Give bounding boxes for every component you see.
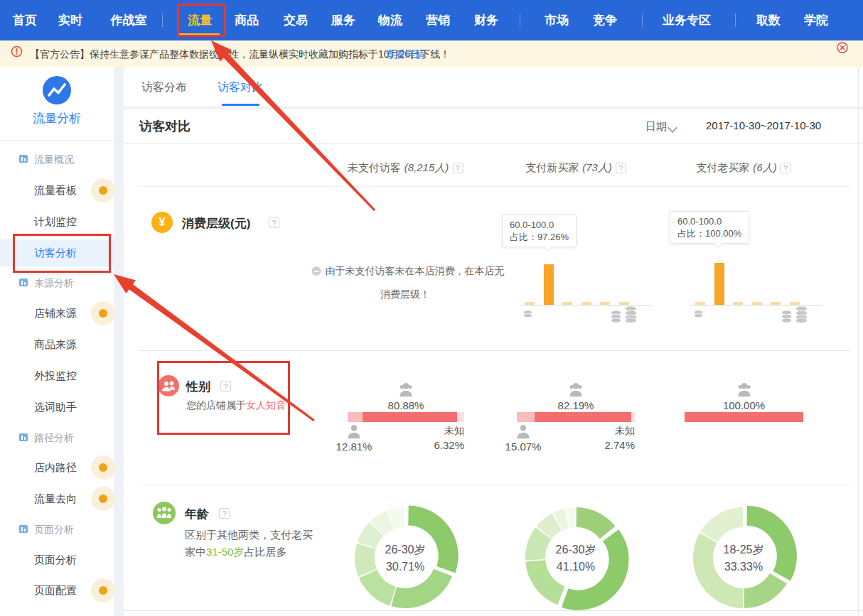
- main-content: 访客分布 访客对比 访客对比 日期 2017-10-30~2017-10-30 …: [0, 0, 863, 616]
- note-text: 由于未支付访客未在本店消费，在本店无: [326, 265, 505, 276]
- tab-visitor-distribution[interactable]: 访客分布: [141, 67, 187, 107]
- unknown-percentage: 6.32%: [434, 439, 464, 451]
- female-segment: [535, 412, 631, 422]
- yen-glyph: ¥: [159, 215, 165, 229]
- tooltip-range: 60.0-100.0: [510, 219, 569, 231]
- unknown-percentage: 2.74%: [604, 439, 635, 451]
- page-title: 访客对比: [139, 118, 191, 135]
- unknown-label: 未知: [615, 425, 635, 438]
- female-segment: [685, 412, 803, 422]
- unknown-segment: [457, 412, 464, 422]
- column-header-new-buyers: 支付新买家 (73人) ?: [525, 161, 626, 175]
- age-section-title: 年龄: [185, 506, 209, 522]
- donut-center-label: 26-30岁: [385, 543, 426, 558]
- donut-segment: [359, 570, 396, 606]
- female-segment: [363, 412, 457, 422]
- female-icon: [736, 382, 752, 397]
- consumption-bar-chart-new-buyers: [520, 260, 652, 306]
- gender-stacked-bar: [348, 412, 464, 422]
- tab-visitor-compare[interactable]: 访客对比: [218, 67, 263, 107]
- female-icon-wrap: [736, 382, 752, 400]
- gender-bar-old-buyers: 100.00%: [685, 382, 803, 453]
- donut-center-label: 26-30岁: [556, 543, 596, 558]
- title-divider: [124, 143, 863, 144]
- consumption-bar-chart-old-buyers: [691, 260, 822, 306]
- help-icon[interactable]: ?: [220, 381, 231, 391]
- female-percentage: 80.88%: [388, 399, 424, 411]
- female-icon-wrap: [398, 382, 414, 400]
- date-filter[interactable]: 日期: [645, 120, 667, 134]
- gender-section-title: 性别: [186, 379, 210, 395]
- gender-stacked-bar: [517, 412, 635, 422]
- help-icon[interactable]: ?: [781, 163, 791, 173]
- help-icon[interactable]: ?: [269, 217, 279, 228]
- coin-small-icon: [522, 310, 533, 318]
- donut-center-value: 41.10%: [557, 561, 595, 573]
- bar: [714, 263, 724, 305]
- female-icon: [568, 382, 584, 397]
- consumption-level-icon: ¥: [151, 212, 173, 233]
- help-icon[interactable]: ?: [219, 508, 230, 519]
- male-icon: [515, 424, 531, 439]
- consumption-note-line2: 消费层级！: [380, 288, 430, 301]
- female-icon-wrap: [568, 382, 584, 400]
- chart-tooltip: 60.0-100.0 占比：97.26%: [502, 215, 577, 247]
- column-count: (6人): [753, 161, 776, 175]
- donut-segment: [391, 569, 452, 608]
- donut-center-label: 18-25岁: [724, 543, 764, 558]
- age-desc-highlight: 31-50岁: [206, 546, 244, 558]
- age-desc-text: 家中: [185, 546, 206, 558]
- male-icon-wrap: [346, 424, 362, 442]
- gender-bar-unpaid-visitors: 80.88%12.81%未知6.32%: [348, 382, 464, 453]
- column-count: (8,215人): [404, 161, 449, 175]
- male-icon-wrap: [515, 424, 531, 442]
- age-description-line1: 区别于其他两类，支付老买: [185, 529, 313, 542]
- age-description-line2: 家中31-50岁占比居多: [185, 546, 286, 559]
- dashboard-root: 首页 实时 作战室 流量 商品 交易 服务 物流 营销 财务 市场 竞争 业务专…: [0, 0, 863, 616]
- help-icon[interactable]: ?: [452, 163, 463, 173]
- tabbar-gap: [124, 107, 863, 109]
- family-icon: [154, 503, 174, 523]
- male-segment: [517, 412, 535, 422]
- column-header-old-buyers: 支付老买家 (6人) ?: [696, 161, 790, 175]
- age-donut-new-buyers: [522, 504, 630, 612]
- section-divider: [139, 350, 850, 351]
- age-donut-old-buyers: [690, 504, 798, 612]
- male-percentage: 12.81%: [336, 441, 372, 453]
- header-divider: [139, 186, 850, 187]
- age-section-icon: [153, 502, 176, 524]
- chart-tooltip: 60.0-100.0 占比：100.00%: [670, 211, 749, 244]
- donut-segment: [744, 573, 787, 608]
- male-icon: [346, 424, 362, 439]
- help-icon[interactable]: ?: [616, 163, 626, 173]
- female-percentage: 82.19%: [558, 399, 594, 411]
- tooltip-range: 60.0-100.0: [677, 215, 741, 227]
- donut-center-value: 30.71%: [386, 561, 424, 573]
- donut-segment: [577, 507, 616, 539]
- gender-bar-new-buyers: 82.19%15.07%未知2.74%: [517, 382, 635, 453]
- coin-small-icon: [693, 310, 704, 318]
- column-name: 支付老买家: [696, 161, 749, 175]
- unknown-label: 未知: [444, 425, 464, 438]
- donut-segment: [700, 507, 743, 542]
- coin-stack-icon: [610, 310, 622, 323]
- section-divider: [139, 485, 850, 485]
- donut-center-value: 33.33%: [724, 561, 763, 573]
- consumption-note-line1: 由于未支付访客未在本店消费，在本店无: [312, 265, 505, 278]
- female-icon: [398, 382, 414, 397]
- minus-icon: [312, 266, 321, 276]
- gender-desc-highlight: 女人知音: [246, 399, 286, 411]
- tab-active-underline: [222, 104, 259, 106]
- panel-bottom-border: [124, 610, 863, 611]
- gender-section-icon: [158, 375, 179, 396]
- consumption-section-title: 消费层级(元): [182, 215, 250, 232]
- people-icon: [159, 376, 178, 396]
- gender-description: 您的店铺属于女人知音: [186, 399, 286, 412]
- unknown-segment: [631, 412, 635, 422]
- content-right-border: [858, 67, 859, 616]
- column-count: (73人): [582, 161, 612, 175]
- column-name: 未支付访客: [348, 161, 401, 175]
- date-range-value[interactable]: 2017-10-30~2017-10-30: [706, 119, 821, 131]
- tooltip-value: 占比：100.00%: [677, 227, 741, 239]
- coin-stack-icon: [781, 310, 793, 323]
